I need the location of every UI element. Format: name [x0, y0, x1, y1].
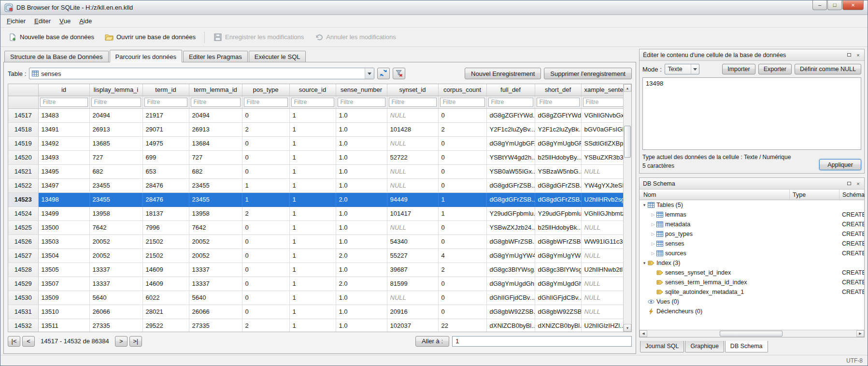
scroll-left-icon[interactable]: ◀ — [640, 330, 647, 337]
cell[interactable]: YSBtYW4gd2h... — [486, 150, 535, 164]
cell[interactable]: 2 — [242, 122, 289, 136]
cell[interactable]: dG8gYmUgYW4... — [535, 249, 581, 263]
cell[interactable]: 13492 — [38, 136, 89, 150]
schema-tree-item[interactable]: sqlite_autoindex_metadata_1CREATE — [640, 287, 864, 297]
dock-close-icon[interactable]: × — [854, 51, 862, 59]
cell[interactable]: 21502 — [142, 249, 189, 263]
cell[interactable]: 2 — [242, 319, 289, 332]
cell[interactable]: 13958 — [189, 206, 242, 220]
column-header-short_def[interactable]: short_def — [535, 84, 581, 96]
maximize-button[interactable]: □ — [827, 0, 842, 10]
cell[interactable]: 0 — [438, 136, 486, 150]
tab-sql-log[interactable]: Journal SQL — [640, 341, 684, 352]
clear-filters-button[interactable] — [393, 68, 405, 79]
cell[interactable]: 1.0 — [336, 150, 387, 164]
cell[interactable]: 1 — [289, 192, 336, 206]
filter-input-full_def[interactable]: Filtre — [488, 98, 533, 107]
cell[interactable]: YSBwZXJzb24... — [486, 220, 535, 234]
cell[interactable]: 0 — [242, 291, 289, 305]
schema-tree-item[interactable]: Déclencheurs (0) — [640, 307, 864, 316]
goto-button[interactable]: Aller à : — [415, 336, 449, 347]
scroll-down-icon[interactable]: ▼ — [624, 324, 631, 332]
filter-input-corpus_count[interactable]: Filtre — [440, 98, 485, 107]
row-number[interactable]: 14527 — [8, 249, 38, 263]
cell[interactable]: bGV0aGFsIGN... — [581, 122, 623, 136]
cell[interactable]: 23455 — [89, 178, 142, 192]
cell[interactable]: 0 — [242, 305, 289, 319]
cell[interactable]: 39687 — [387, 263, 438, 277]
cell[interactable]: 1 — [289, 305, 336, 319]
cell[interactable]: 20494 — [189, 108, 242, 122]
open-database-button[interactable]: Ouvrir une base de données — [100, 30, 200, 44]
scroll-thumb[interactable] — [624, 126, 631, 158]
cell[interactable]: 2.0 — [336, 192, 387, 206]
cell[interactable]: 13337 — [89, 277, 142, 291]
cell[interactable]: 7642 — [189, 220, 242, 234]
cell[interactable]: dG8gbW92ZSB... — [535, 305, 581, 319]
cell[interactable]: SSdtIGtlZXBp... — [581, 136, 623, 150]
cell[interactable]: NULL — [387, 291, 438, 305]
row-number[interactable]: 14523 — [8, 192, 38, 206]
cell[interactable]: 1 — [289, 234, 336, 249]
cell[interactable]: 1.0 — [336, 319, 387, 332]
cell[interactable]: 21502 — [142, 234, 189, 249]
new-record-button[interactable]: Nouvel Enregistrement — [465, 68, 541, 79]
row-number[interactable]: 14530 — [8, 291, 38, 305]
cell[interactable]: 1 — [242, 178, 289, 192]
cell[interactable]: 13499 — [38, 206, 89, 220]
cell[interactable]: 13505 — [38, 263, 89, 277]
cell[interactable]: 13491 — [38, 122, 89, 136]
cell[interactable]: 13958 — [89, 206, 142, 220]
row-number[interactable]: 14532 — [8, 319, 38, 332]
cell[interactable]: 2 — [242, 206, 289, 220]
cell[interactable]: 7996 — [142, 220, 189, 234]
cell[interactable]: 13498 — [38, 192, 89, 206]
column-header-pos_type[interactable]: pos_type — [242, 84, 289, 96]
cell[interactable]: dG8gbWFrZSB... — [535, 234, 581, 249]
cell[interactable]: 0 — [438, 108, 486, 122]
cell[interactable]: 1 — [289, 206, 336, 220]
row-number[interactable]: 14520 — [8, 150, 38, 164]
cell[interactable]: NULL — [387, 178, 438, 192]
tab-edit-pragmas[interactable]: Editer les Pragmas — [183, 51, 248, 62]
next-page-button[interactable]: > — [115, 336, 128, 347]
cell[interactable]: 20052 — [89, 234, 142, 249]
cell[interactable]: 13497 — [38, 178, 89, 192]
cell[interactable]: dG8gYmUgYW4... — [486, 249, 535, 263]
cell[interactable]: dG8gYmUgbGF... — [535, 136, 581, 150]
schema-tree-item[interactable]: ▷pos_typesCREATE — [640, 229, 864, 239]
row-number[interactable]: 14524 — [8, 206, 38, 220]
goto-record-input[interactable]: 1 — [452, 336, 632, 347]
cell[interactable]: NULL — [581, 164, 623, 178]
schema-col-type[interactable]: Type — [789, 190, 806, 200]
cell[interactable]: 7642 — [89, 220, 142, 234]
cell-content-editor[interactable]: 13498 — [642, 77, 861, 150]
cell[interactable]: 6022 — [142, 291, 189, 305]
cell[interactable]: 1.0 — [336, 234, 387, 249]
cell[interactable]: dG8gYmUgbGF... — [486, 136, 535, 150]
row-number[interactable]: 14531 — [8, 305, 38, 319]
cell[interactable]: NULL — [387, 136, 438, 150]
tree-expand-icon[interactable]: ▷ — [650, 251, 656, 256]
last-page-button[interactable]: >| — [129, 336, 142, 347]
row-number[interactable]: 14522 — [8, 178, 38, 192]
menu-vue[interactable]: Vue — [55, 15, 75, 27]
filter-input-short_def[interactable]: Filtre — [537, 98, 580, 107]
cell[interactable]: 21917 — [142, 108, 189, 122]
cell[interactable]: 1.0 — [336, 291, 387, 305]
cell[interactable]: 0 — [242, 136, 289, 150]
cell[interactable]: 14609 — [142, 263, 189, 277]
cell[interactable]: 1.0 — [336, 263, 387, 277]
cell[interactable]: 1 — [289, 164, 336, 178]
cell[interactable]: YSBzaW5nbG... — [535, 164, 581, 178]
cell[interactable]: 727 — [189, 150, 242, 164]
cell[interactable]: 4 — [438, 249, 486, 263]
cell[interactable]: 0 — [242, 277, 289, 291]
cell[interactable]: 682 — [189, 164, 242, 178]
cell[interactable]: 81599 — [387, 277, 438, 291]
cell[interactable]: 5640 — [89, 291, 142, 305]
cell[interactable]: 1.0 — [336, 305, 387, 319]
schema-tree-item[interactable]: ▷sensesCREATE — [640, 239, 864, 249]
cell[interactable]: 28476 — [142, 178, 189, 192]
cell[interactable]: YSBuZXR3b3J... — [581, 150, 623, 164]
